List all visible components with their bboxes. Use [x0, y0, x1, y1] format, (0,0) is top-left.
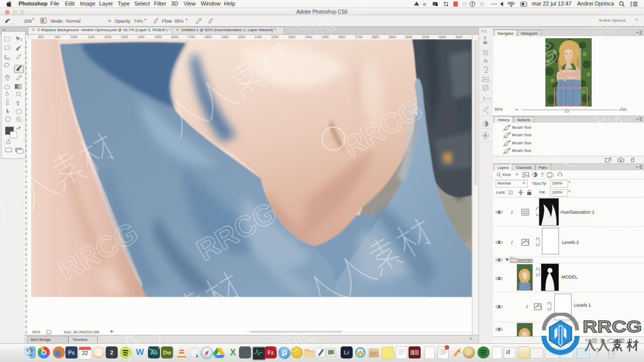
- svg-text:RRCG: RRCG: [583, 317, 642, 336]
- svg-text:RRCG: RRCG: [287, 0, 377, 54]
- svg-text:RRCG: RRCG: [473, 35, 564, 106]
- svg-text:RRCG: RRCG: [585, 0, 644, 46]
- svg-text:RRCG: RRCG: [574, 188, 644, 259]
- svg-text:RRCG: RRCG: [53, 216, 143, 287]
- svg-text:RRCG: RRCG: [267, 294, 357, 362]
- svg-text:RRCG: RRCG: [191, 196, 282, 267]
- svg-text:RRCG: RRCG: [337, 93, 428, 164]
